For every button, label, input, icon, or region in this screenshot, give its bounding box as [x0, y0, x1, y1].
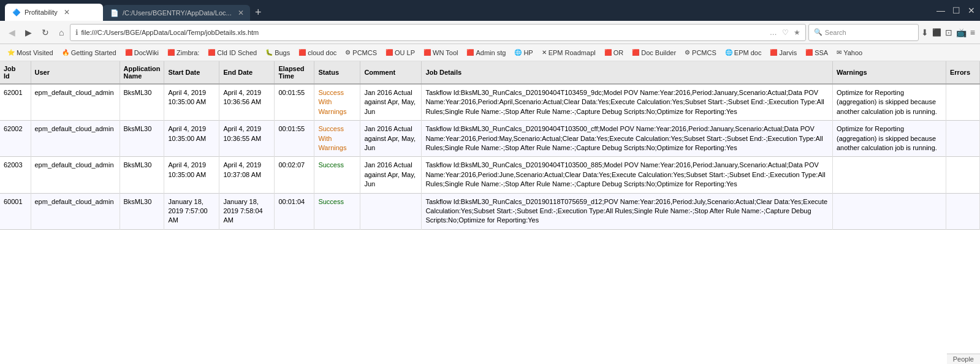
search-bar[interactable]: 🔍 Search: [808, 24, 919, 41]
tab-close-button[interactable]: ✕: [64, 8, 70, 17]
bookmark-item[interactable]: 🟥SSA: [802, 48, 832, 58]
header-comment: Comment: [360, 61, 422, 84]
bookmark-item[interactable]: ⚙PCMCS: [341, 48, 381, 58]
bookmark-icon: ✉: [837, 49, 841, 56]
job-table: JobId User ApplicationName Start Date En…: [0, 61, 980, 230]
bookmark-item[interactable]: 🟥cloud doc: [295, 48, 340, 58]
cell-enddate: April 4, 2019 10:37:08 AM: [219, 157, 275, 193]
bookmark-item[interactable]: ✕EPM Roadmapl: [538, 48, 599, 58]
table-row: 62003 epm_default_cloud_admin BksML30 Ap…: [0, 157, 980, 193]
bookmark-icon: 🐛: [265, 49, 273, 56]
menu-icon[interactable]: ≡: [970, 28, 975, 37]
cell-jobid: 60001: [0, 193, 31, 229]
cell-jobdetails: Taskflow Id:BksML30_RunCalcs_D20190404T1…: [422, 84, 833, 121]
bookmark-icon: 🔥: [62, 49, 69, 56]
refresh-button[interactable]: ↻: [38, 25, 53, 40]
home-button[interactable]: ⌂: [55, 25, 67, 40]
bookmark-item[interactable]: 🔥Getting Started: [58, 48, 120, 58]
cell-status: Success: [314, 193, 360, 229]
bookmark-label: Yahoo: [843, 49, 862, 56]
bookmark-label: PCMCS: [692, 49, 716, 56]
cast-icon[interactable]: 📺: [956, 28, 967, 37]
cell-comment: Jan 2016 Actual against Apr, May, Jun: [360, 121, 422, 157]
forward-button[interactable]: ▶: [21, 25, 36, 40]
bookmark-icon: 🟥: [805, 49, 813, 56]
bookmark-item[interactable]: 🟥DocWiki: [121, 48, 162, 58]
new-tab-button[interactable]: +: [250, 4, 267, 21]
bookmark-item[interactable]: 🟥WN Tool: [420, 48, 462, 58]
more-icon[interactable]: …: [770, 28, 777, 37]
cell-jobdetails: Taskflow Id:BksML30_RunCalcs_D20190404T1…: [422, 121, 833, 157]
info-icon: ℹ: [75, 28, 78, 37]
header-jobdetails: Job Details: [422, 61, 833, 84]
bookmark-icon[interactable]: ♡: [782, 28, 789, 37]
cell-comment: Jan 2016 Actual against Apr, May, Jun: [360, 84, 422, 121]
close-button[interactable]: ✕: [968, 6, 975, 15]
address-bar[interactable]: ℹ file:///C:/Users/BGE/AppData/Local/Tem…: [70, 24, 805, 41]
cell-warnings: [833, 193, 946, 229]
bookmark-icon: 🟥: [208, 49, 215, 56]
bookmark-item[interactable]: ✉Yahoo: [833, 48, 866, 58]
tab-bar: 🔷 Profitability ✕ 📄 /C:/Users/BGENTRY/Ap…: [5, 0, 267, 21]
cell-errors: [946, 84, 980, 121]
main-content: JobId User ApplicationName Start Date En…: [0, 61, 980, 364]
cell-elapsed: 00:01:04: [275, 193, 314, 229]
bookmark-item[interactable]: 🌐EPM doc: [721, 48, 765, 58]
table-row: 62002 epm_default_cloud_admin BksML30 Ap…: [0, 121, 980, 157]
tab-profitability[interactable]: 🔷 Profitability ✕: [5, 4, 103, 21]
star-icon[interactable]: ★: [794, 28, 800, 37]
cell-user: epm_default_cloud_admin: [31, 121, 120, 157]
bookmark-item[interactable]: 🟥Zimbra:: [164, 48, 203, 58]
tab-favicon2: 📄: [110, 9, 119, 17]
bookmark-icon: 🟥: [632, 49, 639, 56]
bookmark-item[interactable]: 🟥Jarvis: [766, 48, 800, 58]
tab-label2: /C:/Users/BGENTRY/AppData/Loc...: [123, 9, 232, 17]
bookmark-label: Admin stg: [476, 49, 506, 56]
bookmark-item[interactable]: ⚙PCMCS: [681, 48, 720, 58]
header-appname: ApplicationName: [120, 61, 164, 84]
bookmark-item[interactable]: 🐛Bugs: [262, 48, 294, 58]
bookmark-item[interactable]: 🟥Cld ID Sched: [204, 48, 260, 58]
tab-fileurl[interactable]: 📄 /C:/Users/BGENTRY/AppData/Loc... ✕: [103, 5, 250, 21]
header-startdate: Start Date: [164, 61, 219, 84]
bookmark-item[interactable]: 🟥Admin stg: [463, 48, 509, 58]
cell-warnings: [833, 157, 946, 193]
bookmark-label: Zimbra:: [177, 49, 199, 56]
bookmark-item[interactable]: 🟥OR: [601, 48, 628, 58]
bookmark-item[interactable]: ⭐Most Visited: [4, 48, 57, 58]
bookmark-icon: 🌐: [725, 49, 732, 56]
cell-jobid: 62003: [0, 157, 31, 193]
extensions-icon[interactable]: ⬛: [932, 28, 941, 37]
window-controls: — ☐ ✕: [936, 6, 975, 15]
cell-appname: BksML30: [120, 157, 164, 193]
maximize-button[interactable]: ☐: [952, 6, 960, 15]
tab-close-button2[interactable]: ✕: [238, 9, 244, 17]
header-warnings: Warnings: [833, 61, 946, 84]
bookmark-label: EPM doc: [734, 49, 762, 56]
cell-comment: [360, 193, 422, 229]
bookmark-icon: 🟥: [466, 49, 474, 56]
fullscreen-icon[interactable]: ⊡: [945, 28, 952, 37]
bookmark-icon: ⚙: [345, 49, 351, 56]
bottom-label: People: [953, 355, 974, 363]
cell-enddate: April 4, 2019 10:36:55 AM: [219, 121, 275, 157]
search-placeholder: Search: [825, 29, 846, 36]
cell-enddate: January 18, 2019 7:58:04 AM: [219, 193, 275, 229]
download-icon[interactable]: ⬇: [921, 28, 929, 37]
browser-titlebar: 🔷 Profitability ✕ 📄 /C:/Users/BGENTRY/Ap…: [0, 0, 980, 21]
minimize-button[interactable]: —: [936, 6, 945, 15]
bookmark-icon: 🟥: [424, 49, 431, 56]
bookmark-label: SSA: [815, 49, 828, 56]
cell-errors: [946, 157, 980, 193]
bookmark-item[interactable]: 🟥OU LP: [382, 48, 419, 58]
cell-errors: [946, 193, 980, 229]
back-button[interactable]: ◀: [5, 25, 19, 40]
bookmark-label: Jarvis: [779, 49, 797, 56]
bookmark-item[interactable]: 🟥Doc Builder: [628, 48, 680, 58]
header-enddate: End Date: [219, 61, 275, 84]
nav-right: ⬇ ⬛ ⊡ 📺 ≡: [921, 28, 975, 37]
bookmark-item[interactable]: 🌐HP: [511, 48, 536, 58]
cell-elapsed: 00:02:07: [275, 157, 314, 193]
table-row: 62001 epm_default_cloud_admin BksML30 Ap…: [0, 84, 980, 121]
bookmark-label: cloud doc: [308, 49, 336, 56]
